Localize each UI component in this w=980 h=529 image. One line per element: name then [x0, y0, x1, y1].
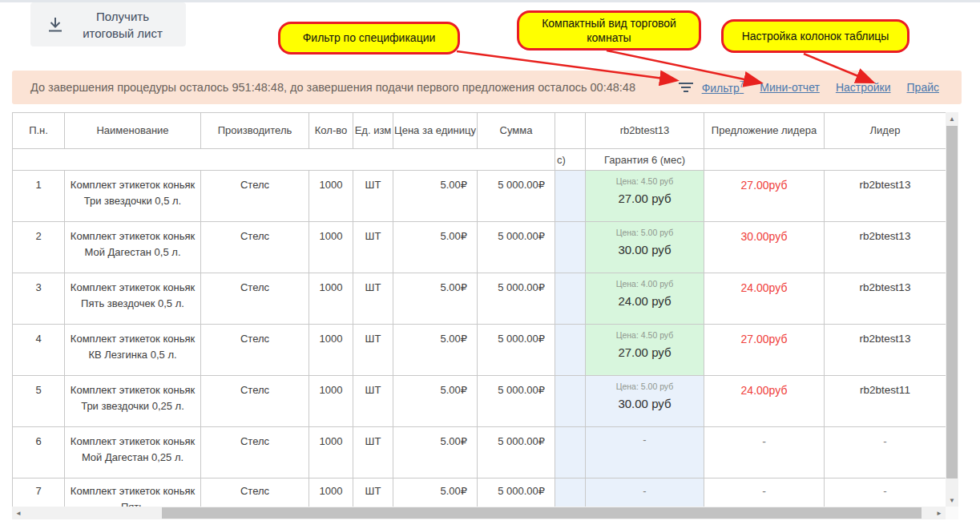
- subheader-warranty: Гарантия 6 (мес): [586, 149, 704, 171]
- manufacturer-cell: Стелс: [201, 325, 309, 376]
- leader-offer-cell: 24.00руб: [704, 376, 825, 427]
- trading-room-table: П.н. Наименование Производитель Кол-во Е…: [12, 112, 958, 519]
- header-leader-offer: Предложение лидера: [704, 113, 825, 149]
- horizontal-scrollbar-thumb[interactable]: [162, 507, 922, 519]
- sum-cell: 5 000.00₽: [478, 427, 555, 479]
- scrollbar-corner: [946, 507, 958, 519]
- annotation-columns-settings-callout: Настройка колонок таблицы: [721, 19, 909, 53]
- quantity-cell: 1000: [309, 325, 353, 376]
- manufacturer-cell: Стелс: [201, 273, 309, 325]
- scroll-down-icon[interactable]: ▼: [946, 494, 958, 507]
- vertical-scrollbar-thumb[interactable]: [946, 126, 958, 479]
- subheader-empty-right: [704, 149, 946, 171]
- unit-cell: ШТ: [353, 427, 393, 479]
- scrolled-column-cell: [555, 222, 586, 273]
- filter-link-label: Фильтр: [702, 82, 740, 95]
- leader-cell: rb2btest13: [825, 222, 946, 273]
- manufacturer-cell: Стелс: [201, 222, 309, 273]
- sum-cell: 5 000.00₽: [478, 325, 555, 376]
- leader-cell: rb2btest11: [825, 376, 946, 427]
- bid-value: -: [586, 432, 704, 448]
- scroll-right-icon[interactable]: ►: [933, 507, 946, 519]
- bid-price-note: Цена: 4.50 руб: [586, 176, 704, 188]
- horizontal-scrollbar[interactable]: ◄ ►: [12, 507, 946, 519]
- own-bid-cell: Цена: 5.00 руб30.00 руб: [586, 376, 704, 427]
- table-row: 5Комплект этикеток коньяк Три звездочки …: [13, 376, 946, 427]
- row-number-cell: 2: [13, 222, 65, 273]
- own-bid-cell: Цена: 4.00 руб24.00 руб: [586, 273, 704, 325]
- bid-price-note: Цена: 4.50 руб: [586, 329, 704, 342]
- bid-value: -: [586, 483, 704, 499]
- leader-cell: rb2btest13: [825, 325, 946, 376]
- manufacturer-cell: Стелс: [201, 171, 309, 222]
- filter-link[interactable]: Фильтр7: [702, 80, 744, 95]
- bid-price-note: Цена: 5.00 руб: [586, 381, 704, 394]
- subheader-scrolled-truncated: с): [555, 149, 586, 171]
- quantity-cell: 1000: [309, 273, 353, 325]
- item-name-cell: Комплект этикеток коньяк Мой Дагестан 0,…: [65, 427, 201, 479]
- scrolled-column-cell: [555, 273, 586, 325]
- manufacturer-cell: Стелс: [201, 376, 309, 427]
- leader-cell: -: [825, 427, 946, 479]
- unit-price-cell: 5.00₽: [393, 427, 478, 479]
- bid-price-note: Цена: 5.00 руб: [586, 227, 704, 240]
- bid-price-note: Цена: 4.00 руб: [586, 278, 704, 291]
- scrolled-column-cell: [555, 171, 586, 222]
- table-row: 1Комплект этикеток коньяк Три звездочки …: [13, 171, 946, 222]
- get-summary-sheet-button[interactable]: Получить итоговый лист: [30, 2, 186, 46]
- leader-offer-cell: 27.00руб: [704, 171, 825, 222]
- header-unit-price: Цена за единицу: [393, 113, 478, 149]
- header-manufacturer: Производитель: [201, 113, 309, 149]
- scrolled-column-cell: [555, 325, 586, 376]
- leader-offer-cell: 24.00руб: [704, 273, 825, 325]
- vertical-scrollbar[interactable]: ▲ ▼: [946, 112, 958, 507]
- own-bid-cell: Цена: 4.50 руб27.00 руб: [586, 171, 704, 222]
- leader-cell: rb2btest13: [825, 171, 946, 222]
- countdown-text: До завершения процедуры осталось 951:48:…: [30, 81, 635, 94]
- unit-price-cell: 5.00₽: [393, 325, 478, 376]
- leader-offer-cell: -: [704, 427, 825, 479]
- leader-cell: rb2btest13: [825, 273, 946, 325]
- settings-link[interactable]: Настройки: [836, 81, 891, 94]
- row-number-cell: 3: [13, 273, 65, 325]
- sum-cell: 5 000.00₽: [478, 273, 555, 325]
- row-number-cell: 1: [13, 171, 65, 222]
- unit-price-cell: 5.00₽: [393, 171, 478, 222]
- filter-sort-icon[interactable]: [678, 82, 694, 93]
- unit-price-cell: 5.00₽: [393, 376, 478, 427]
- mini-report-link[interactable]: Мини-отчет: [760, 81, 820, 94]
- scroll-left-icon[interactable]: ◄: [12, 507, 25, 519]
- quantity-cell: 1000: [309, 376, 353, 427]
- bid-value: 30.00 руб: [586, 395, 704, 414]
- unit-price-cell: 5.00₽: [393, 222, 478, 273]
- sum-cell: 5 000.00₽: [478, 376, 555, 427]
- item-name-cell: Комплект этикеток коньяк Пять звездочек …: [65, 273, 201, 325]
- item-name-cell: Комплект этикеток коньяк КВ Лезгинка 0,5…: [65, 325, 201, 376]
- price-link[interactable]: Прайс: [907, 81, 939, 94]
- bid-value: 24.00 руб: [586, 293, 704, 311]
- header-leader: Лидер: [825, 113, 946, 149]
- scrolled-column-cell: [555, 376, 586, 427]
- unit-cell: ШТ: [353, 376, 393, 427]
- header-name: Наименование: [65, 113, 201, 149]
- bid-value: 27.00 руб: [586, 344, 704, 362]
- header-unit: Ед. изм: [353, 113, 393, 149]
- quantity-cell: 1000: [309, 171, 353, 222]
- table-row: 6Комплект этикеток коньяк Мой Дагестан 0…: [13, 427, 946, 479]
- item-name-cell: Комплект этикеток коньяк Три звездочки 0…: [65, 171, 201, 222]
- quantity-cell: 1000: [309, 427, 353, 479]
- row-number-cell: 5: [13, 376, 65, 427]
- unit-cell: ШТ: [353, 325, 393, 376]
- bid-value: 27.00 руб: [586, 190, 704, 208]
- header-scrolled-column: [555, 113, 586, 149]
- download-icon: [46, 16, 64, 34]
- scroll-up-icon[interactable]: ▲: [946, 112, 958, 125]
- item-name-cell: Комплект этикеток коньяк Три звездочки 0…: [65, 376, 201, 427]
- table-row: 2Комплект этикеток коньяк Мой Дагестан 0…: [13, 222, 946, 273]
- header-sum: Сумма: [478, 113, 555, 149]
- own-bid-cell: Цена: 5.00 руб30.00 руб: [586, 222, 704, 273]
- get-summary-sheet-label: Получить итоговый лист: [75, 8, 170, 42]
- leader-offer-cell: 27.00руб: [704, 325, 825, 376]
- header-bidder: rb2btest13: [586, 113, 704, 149]
- sum-cell: 5 000.00₽: [478, 171, 555, 222]
